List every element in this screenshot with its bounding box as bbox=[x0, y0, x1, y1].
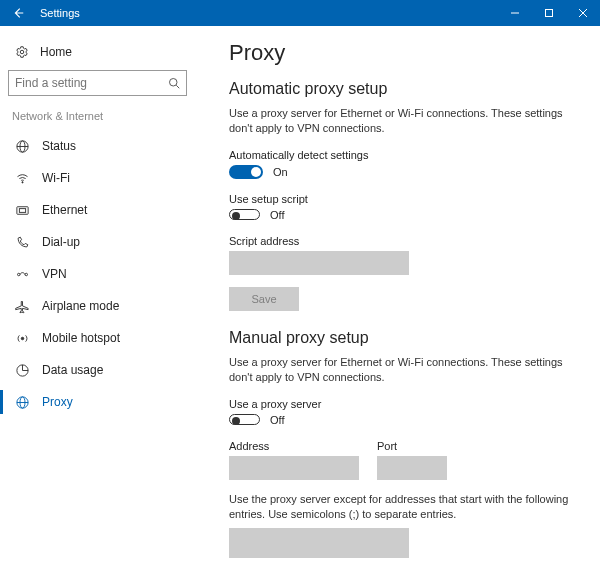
address-input[interactable] bbox=[229, 456, 359, 480]
sidebar-item-airplane[interactable]: Airplane mode bbox=[8, 290, 187, 322]
search-input[interactable] bbox=[15, 76, 168, 90]
data-usage-icon bbox=[14, 362, 30, 378]
sidebar-item-label: Data usage bbox=[42, 363, 103, 377]
vpn-icon bbox=[14, 266, 30, 282]
sidebar-item-proxy[interactable]: Proxy bbox=[8, 386, 187, 418]
sidebar-item-label: Proxy bbox=[42, 395, 73, 409]
sidebar-item-dialup[interactable]: Dial-up bbox=[8, 226, 187, 258]
script-toggle[interactable] bbox=[229, 209, 260, 220]
svg-point-4 bbox=[20, 50, 24, 54]
sidebar-item-status[interactable]: Status bbox=[8, 130, 187, 162]
titlebar: Settings bbox=[0, 0, 600, 26]
sidebar-item-label: Dial-up bbox=[42, 235, 80, 249]
svg-rect-1 bbox=[546, 10, 553, 17]
sidebar-item-label: Wi-Fi bbox=[42, 171, 70, 185]
status-icon bbox=[14, 138, 30, 154]
use-proxy-state: Off bbox=[270, 414, 284, 426]
wifi-icon bbox=[14, 170, 30, 186]
page-title: Proxy bbox=[229, 40, 580, 66]
script-address-input[interactable] bbox=[229, 251, 409, 275]
ethernet-icon bbox=[14, 202, 30, 218]
gear-icon bbox=[14, 44, 30, 60]
use-proxy-toggle[interactable] bbox=[229, 414, 260, 425]
maximize-button[interactable] bbox=[532, 0, 566, 26]
script-toggle-label: Use setup script bbox=[229, 193, 580, 205]
minimize-icon bbox=[510, 8, 520, 18]
svg-point-14 bbox=[25, 273, 28, 276]
port-label: Port bbox=[377, 440, 447, 452]
manual-heading: Manual proxy setup bbox=[229, 329, 580, 347]
sidebar-item-datausage[interactable]: Data usage bbox=[8, 354, 187, 386]
hotspot-icon bbox=[14, 330, 30, 346]
back-button[interactable] bbox=[0, 0, 36, 26]
manual-desc: Use a proxy server for Ethernet or Wi-Fi… bbox=[229, 355, 569, 386]
auto-heading: Automatic proxy setup bbox=[229, 80, 580, 98]
detect-label: Automatically detect settings bbox=[229, 149, 580, 161]
detect-toggle[interactable] bbox=[229, 165, 263, 179]
sidebar-item-label: Airplane mode bbox=[42, 299, 119, 313]
detect-state: On bbox=[273, 166, 288, 178]
sidebar-item-label: Ethernet bbox=[42, 203, 87, 217]
globe-icon bbox=[14, 394, 30, 410]
minimize-button[interactable] bbox=[498, 0, 532, 26]
close-button[interactable] bbox=[566, 0, 600, 26]
sidebar-item-wifi[interactable]: Wi-Fi bbox=[8, 162, 187, 194]
save-button[interactable]: Save bbox=[229, 287, 299, 311]
search-icon bbox=[168, 77, 180, 89]
airplane-icon bbox=[14, 298, 30, 314]
script-toggle-state: Off bbox=[270, 209, 284, 221]
dialup-icon bbox=[14, 234, 30, 250]
use-proxy-label: Use a proxy server bbox=[229, 398, 580, 410]
svg-point-15 bbox=[21, 337, 24, 340]
search-wrap bbox=[8, 70, 187, 96]
main: Proxy Automatic proxy setup Use a proxy … bbox=[195, 26, 600, 575]
svg-rect-12 bbox=[19, 208, 25, 212]
auto-desc: Use a proxy server for Ethernet or Wi-Fi… bbox=[229, 106, 569, 137]
sidebar-item-hotspot[interactable]: Mobile hotspot bbox=[8, 322, 187, 354]
svg-line-6 bbox=[176, 85, 179, 88]
port-input[interactable] bbox=[377, 456, 447, 480]
home-item[interactable]: Home bbox=[8, 40, 187, 70]
script-addr-label: Script address bbox=[229, 235, 580, 247]
svg-point-13 bbox=[17, 273, 20, 276]
titlebar-left: Settings bbox=[0, 0, 80, 26]
svg-point-10 bbox=[21, 181, 22, 182]
sidebar-item-label: Mobile hotspot bbox=[42, 331, 120, 345]
sidebar-item-vpn[interactable]: VPN bbox=[8, 258, 187, 290]
nav-group-label: Network & Internet bbox=[8, 110, 187, 130]
sidebar-item-label: Status bbox=[42, 139, 76, 153]
sidebar-item-ethernet[interactable]: Ethernet bbox=[8, 194, 187, 226]
search-input-wrap[interactable] bbox=[8, 70, 187, 96]
home-label: Home bbox=[40, 45, 72, 59]
svg-point-5 bbox=[170, 79, 178, 87]
app-title: Settings bbox=[40, 7, 80, 19]
except-desc: Use the proxy server except for addresse… bbox=[229, 492, 569, 523]
svg-rect-11 bbox=[16, 206, 27, 214]
address-label: Address bbox=[229, 440, 359, 452]
exceptions-input[interactable] bbox=[229, 528, 409, 558]
sidebar: Home Network & Internet Status Wi-Fi Eth… bbox=[0, 26, 195, 575]
arrow-left-icon bbox=[11, 6, 25, 20]
window-controls bbox=[498, 0, 600, 26]
maximize-icon bbox=[544, 8, 554, 18]
close-icon bbox=[578, 8, 588, 18]
sidebar-item-label: VPN bbox=[42, 267, 67, 281]
